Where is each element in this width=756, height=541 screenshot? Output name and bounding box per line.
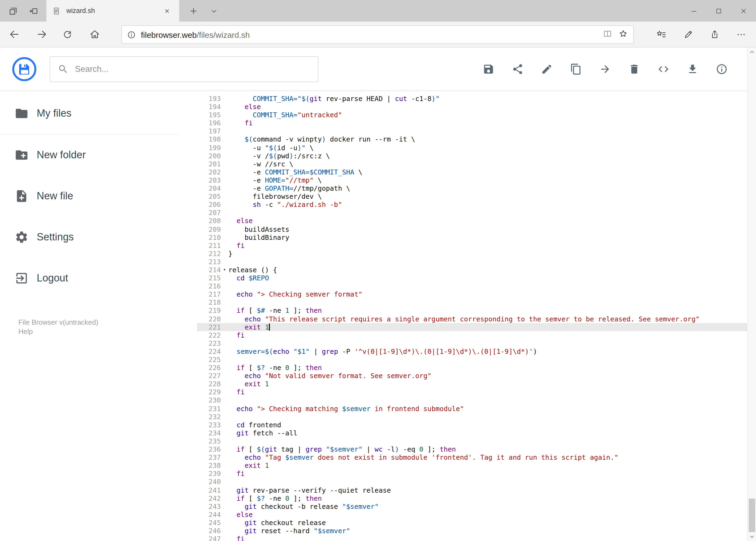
share-page-button[interactable]: [704, 24, 725, 45]
code-line-204[interactable]: 204 -e GOPATH=//tmp/gopath \: [197, 184, 747, 192]
code-line-207[interactable]: 207: [197, 209, 747, 217]
forward-button[interactable]: [32, 24, 52, 44]
code-line-216[interactable]: 216: [197, 282, 747, 290]
sidebar-item-logout[interactable]: Logout: [0, 258, 178, 299]
code-line-244[interactable]: 244 else: [197, 510, 747, 519]
fold-arrow-icon[interactable]: ▾: [221, 266, 228, 274]
code-line-199[interactable]: 199 -u "$(id -u)" \: [197, 144, 747, 152]
tab-preview-toggle[interactable]: [204, 0, 223, 22]
save-button[interactable]: [482, 63, 495, 75]
code-line-233[interactable]: 233 cd frontend: [197, 421, 747, 429]
help-link[interactable]: Help: [18, 327, 98, 336]
tab-bar: wizard.sh: [0, 0, 756, 22]
code-line-245[interactable]: 245 git checkout release: [197, 519, 747, 527]
minimize-button[interactable]: [681, 0, 706, 22]
reading-view-button[interactable]: [603, 29, 613, 41]
code-line-227[interactable]: 227 echo "Not valid semver format. See s…: [197, 372, 747, 380]
code-line-206[interactable]: 206 sh -c "./wizard.sh -b": [197, 201, 747, 209]
code-line-239[interactable]: 239 fi: [197, 470, 747, 478]
scroll-down-button[interactable]: [748, 532, 756, 541]
code-text: else: [228, 103, 747, 111]
code-line-242[interactable]: 242 if [ $? -ne 0 ]; then: [197, 494, 747, 502]
code-line-218[interactable]: 218: [197, 298, 747, 306]
code-line-211[interactable]: 211 fi: [197, 241, 747, 249]
code-line-230[interactable]: 230: [197, 396, 747, 404]
code-line-247[interactable]: 247 fi: [197, 535, 747, 541]
close-tab-button[interactable]: [160, 4, 174, 18]
refresh-button[interactable]: [57, 24, 77, 44]
sidebar-item-my-files[interactable]: My files: [0, 93, 178, 135]
code-line-209[interactable]: 209 buildAssets: [197, 225, 747, 233]
close-window-button[interactable]: [731, 0, 756, 22]
code-line-196[interactable]: 196 fi: [197, 119, 747, 127]
hub-button[interactable]: [651, 24, 671, 45]
annotate-button[interactable]: [678, 24, 698, 45]
code-line-222[interactable]: 222 fi: [197, 331, 747, 339]
code-line-201[interactable]: 201 -w //src \: [197, 160, 747, 168]
code-line-231[interactable]: 231 echo "> Checking matching $semver in…: [197, 404, 747, 412]
code-line-202[interactable]: 202 -e COMMIT_SHA=$COMMIT_SHA \: [197, 168, 747, 176]
sidebar-item-settings[interactable]: Settings: [0, 217, 178, 258]
address-bar[interactable]: filebrowser.web/files/wizard.sh: [122, 25, 634, 44]
code-line-226[interactable]: 226 if [ $? -ne 0 ]; then: [197, 363, 747, 372]
download-button[interactable]: [686, 63, 699, 75]
code-line-195[interactable]: 195 COMMIT_SHA="untracked": [197, 111, 747, 119]
maximize-button[interactable]: [706, 0, 731, 22]
scroll-up-button[interactable]: [748, 48, 756, 56]
copy-button[interactable]: [570, 63, 582, 75]
code-line-215[interactable]: 215 cd $REPO: [197, 274, 747, 282]
home-button[interactable]: [85, 24, 105, 44]
code-line-235[interactable]: 235: [197, 437, 747, 445]
edit-button[interactable]: [541, 63, 553, 75]
code-line-220[interactable]: 220 echo "This release script requires a…: [197, 315, 747, 323]
code-line-210[interactable]: 210 buildBinary: [197, 233, 747, 241]
code-line-212[interactable]: 212}: [197, 250, 747, 258]
code-line-198[interactable]: 198 $(command -v winpty) docker run --rm…: [197, 135, 747, 144]
code-line-232[interactable]: 232: [197, 412, 747, 420]
new-tab-button[interactable]: [183, 0, 203, 22]
code-line-217[interactable]: 217 echo "> Checking semver format": [197, 290, 747, 298]
set-aside-button[interactable]: [24, 0, 43, 22]
search-bar[interactable]: Search...: [50, 56, 319, 82]
back-button[interactable]: [4, 24, 24, 44]
code-button[interactable]: [657, 63, 670, 75]
code-line-238[interactable]: 238 exit 1: [197, 461, 747, 469]
code-line-224[interactable]: 224 semver=$(echo "$1" | grep -P '^v(0|[…: [197, 347, 747, 355]
code-line-237[interactable]: 237 echo "Tag $semver does not exist in …: [197, 453, 747, 461]
code-line-225[interactable]: 225: [197, 355, 747, 363]
code-line-197[interactable]: 197: [197, 127, 747, 135]
code-line-236[interactable]: 236 if [ $(git tag | grep "$semver" | wc…: [197, 445, 747, 453]
code-line-219[interactable]: 219 if [ $# -ne 1 ]; then: [197, 306, 747, 315]
delete-button[interactable]: [628, 63, 640, 75]
code-line-214[interactable]: 214▾release () {: [197, 266, 747, 274]
code-line-213[interactable]: 213: [197, 258, 747, 266]
move-button[interactable]: [599, 63, 611, 75]
code-line-205[interactable]: 205 filebrowser/dev \: [197, 192, 747, 201]
code-line-246[interactable]: 246 git reset --hard "$semver": [197, 527, 747, 535]
code-line-194[interactable]: 194 else: [197, 103, 747, 111]
add-favorite-button[interactable]: [618, 29, 629, 41]
more-button[interactable]: [731, 24, 751, 45]
code-line-203[interactable]: 203 -e HOME="//tmp" \: [197, 176, 747, 184]
share-button[interactable]: [511, 63, 524, 75]
code-line-229[interactable]: 229 fi: [197, 388, 747, 396]
page-scrollbar[interactable]: [747, 48, 756, 541]
code-line-223[interactable]: 223: [197, 339, 747, 347]
browser-tab[interactable]: wizard.sh: [46, 0, 179, 22]
code-line-200[interactable]: 200 -v /$(pwd):/src:z \: [197, 152, 747, 160]
sidebar-item-new-file[interactable]: New file: [0, 176, 178, 217]
code-line-243[interactable]: 243 git checkout -b release "$semver": [197, 502, 747, 510]
code-line-240[interactable]: 240: [197, 478, 747, 486]
sidebar-item-new-folder[interactable]: New folder: [0, 135, 178, 176]
code-line-241[interactable]: 241 git rev-parse --verify --quiet relea…: [197, 486, 747, 494]
code-line-228[interactable]: 228 exit 1: [197, 380, 747, 388]
app-logo[interactable]: [12, 57, 37, 82]
info-button[interactable]: [715, 63, 728, 75]
code-line-234[interactable]: 234 git fetch --all: [197, 429, 747, 437]
code-line-193[interactable]: 193 COMMIT_SHA="$(git rev-parse HEAD | c…: [197, 95, 747, 103]
code-line-208[interactable]: 208 else: [197, 217, 747, 225]
scrollbar-thumb[interactable]: [748, 499, 755, 532]
code-line-221[interactable]: 221 exit 1: [197, 323, 747, 331]
code-editor[interactable]: 193 COMMIT_SHA="$(git rev-parse HEAD | c…: [197, 91, 747, 541]
tabs-aside-button[interactable]: [3, 0, 23, 22]
